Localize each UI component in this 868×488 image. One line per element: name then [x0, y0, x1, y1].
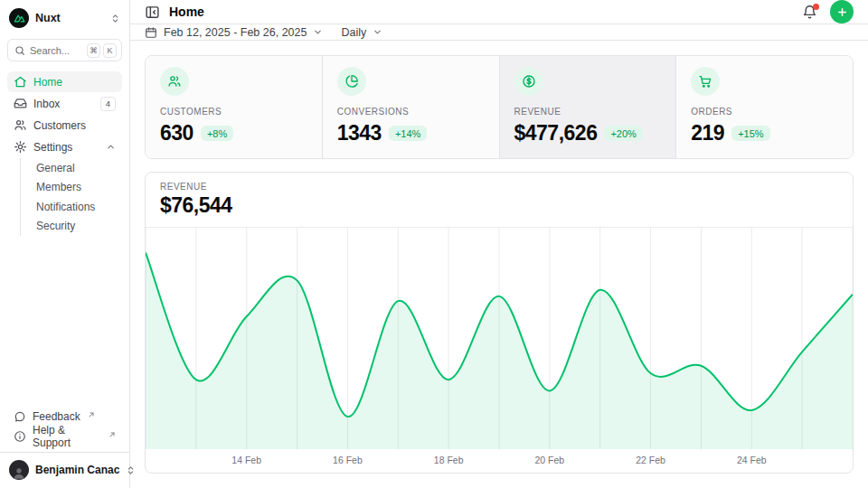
stat-card-customers[interactable]: CUSTOMERS 630 +8%: [146, 56, 322, 158]
sidebar-item-customers[interactable]: Customers: [7, 115, 122, 136]
stat-delta-badge: +20%: [604, 126, 642, 141]
stat-value: $477,626: [514, 121, 598, 145]
chart-title: REVENUE: [160, 182, 838, 192]
period-select[interactable]: Daily: [341, 26, 382, 39]
chart-x-axis: 14 Feb16 Feb18 Feb20 Feb22 Feb24 Feb: [146, 449, 853, 473]
stat-card-orders[interactable]: ORDERS 219 +15%: [675, 56, 853, 158]
page-title: Home: [169, 5, 204, 19]
x-axis-tick: 24 Feb: [737, 455, 767, 465]
sidebar-collapse-icon[interactable]: [145, 5, 160, 20]
sub-item-label: Notifications: [36, 201, 95, 213]
user-menu[interactable]: Benjamin Canac: [0, 453, 129, 488]
sidebar-item-general[interactable]: General: [21, 158, 122, 178]
sidebar-item-label: Home: [33, 76, 62, 89]
sidebar-item-members[interactable]: Members: [21, 178, 122, 198]
chart-header: REVENUE $76,544: [146, 173, 853, 227]
chart-total-value: $76,544: [160, 193, 838, 218]
feedback-label: Feedback: [33, 410, 80, 423]
sub-item-label: Security: [36, 220, 75, 232]
date-range-picker[interactable]: Feb 12, 2025 - Feb 26, 2025: [145, 26, 323, 39]
plus-icon: [836, 6, 848, 18]
help-support-label: Help & Support: [33, 424, 101, 449]
sidebar-item-home[interactable]: Home: [7, 71, 122, 92]
sub-item-label: Members: [36, 181, 81, 193]
stat-value: 630: [160, 121, 193, 145]
sidebar-item-settings[interactable]: Settings: [7, 136, 122, 157]
settings-subtree: General Members Notifications Security: [20, 158, 122, 236]
help-support-link[interactable]: Help & Support: [7, 427, 122, 446]
nuxt-logo-icon: [9, 8, 29, 28]
search-input[interactable]: [30, 45, 75, 56]
stat-delta-badge: +8%: [201, 126, 233, 141]
team-name: Nuxt: [35, 12, 61, 24]
kbd-k: K: [103, 43, 117, 58]
stat-value: 219: [691, 121, 724, 145]
stat-card-conversions[interactable]: CONVERSIONS 1343 +14%: [322, 56, 499, 158]
notifications-button[interactable]: [802, 5, 817, 20]
date-range-label: Feb 12, 2025 - Feb 26, 2025: [164, 26, 307, 39]
inbox-icon: [14, 97, 27, 110]
sidebar-item-label: Settings: [33, 141, 72, 154]
topbar-actions: [802, 0, 854, 23]
stat-delta-badge: +14%: [389, 126, 427, 141]
external-link-icon: [108, 431, 116, 438]
user-name: Benjamin Canac: [35, 464, 119, 476]
circle-dollar-icon: [514, 67, 543, 96]
sidebar-footer: Feedback Help & Support: [0, 403, 129, 448]
stat-label: REVENUE: [514, 107, 662, 117]
users-icon: [160, 67, 189, 96]
sidebar-item-label: Customers: [33, 119, 86, 132]
sidebar-item-inbox[interactable]: Inbox 4: [7, 93, 122, 114]
stat-delta-badge: +15%: [731, 126, 769, 141]
revenue-chart-card: REVENUE $76,544 14 Feb16 Feb18 Feb20 Feb…: [145, 172, 854, 474]
x-axis-tick: 22 Feb: [636, 455, 665, 465]
sidebar-item-label: Inbox: [33, 98, 60, 110]
users-icon: [14, 118, 27, 132]
gear-icon: [14, 140, 27, 154]
notification-dot: [813, 4, 819, 10]
sidebar: Nuxt ⌘ K Home: [0, 0, 130, 488]
chevron-up-icon: [106, 142, 116, 152]
revenue-chart-svg: [146, 227, 853, 449]
message-icon: [14, 410, 26, 423]
sub-item-label: General: [36, 162, 75, 174]
x-axis-tick: 16 Feb: [333, 455, 363, 465]
stat-card-revenue[interactable]: REVENUE $477,626 +20%: [499, 56, 676, 158]
team-selector[interactable]: Nuxt: [0, 0, 129, 34]
stats-row: CUSTOMERS 630 +8% CONVERSIONS 1343 +14%: [145, 55, 854, 159]
search-input-wrap[interactable]: ⌘ K: [7, 39, 122, 61]
search-icon: [14, 45, 25, 56]
shopping-cart-icon: [691, 67, 720, 96]
home-icon: [14, 75, 27, 89]
search-shortcut: ⌘ K: [87, 43, 117, 58]
stat-label: ORDERS: [691, 107, 838, 117]
dashboard-app: Nuxt ⌘ K Home: [0, 0, 868, 488]
topbar: Home: [130, 0, 868, 24]
kbd-cmd: ⌘: [87, 43, 100, 58]
stat-label: CONVERSIONS: [337, 107, 485, 117]
sidebar-item-notifications[interactable]: Notifications: [21, 197, 122, 217]
avatar: [9, 460, 29, 480]
chart-plot-area[interactable]: [146, 227, 853, 449]
content: CUSTOMERS 630 +8% CONVERSIONS 1343 +14%: [130, 41, 868, 488]
calendar-icon: [145, 26, 157, 39]
main-area: Home Feb 12, 2025 - Feb 26, 2025: [130, 0, 868, 488]
x-axis-tick: 20 Feb: [534, 455, 564, 465]
sidebar-item-security[interactable]: Security: [21, 217, 122, 237]
info-circle-icon: [14, 430, 26, 443]
filter-bar: Feb 12, 2025 - Feb 26, 2025 Daily: [130, 24, 868, 41]
sidebar-nav: Home Inbox 4 Customers Settings: [0, 68, 129, 403]
x-axis-tick: 18 Feb: [434, 455, 464, 465]
stat-label: CUSTOMERS: [160, 107, 307, 117]
stat-value: 1343: [337, 121, 382, 145]
period-label: Daily: [341, 26, 366, 39]
chevron-down-icon: [313, 27, 323, 37]
chevrons-up-down-icon: [110, 14, 120, 23]
chart-pie-icon: [337, 67, 366, 96]
x-axis-tick: 14 Feb: [231, 455, 261, 465]
chevron-down-icon: [373, 27, 382, 37]
inbox-count-badge: 4: [100, 97, 116, 111]
add-button[interactable]: [830, 0, 854, 23]
external-link-icon: [88, 411, 95, 418]
